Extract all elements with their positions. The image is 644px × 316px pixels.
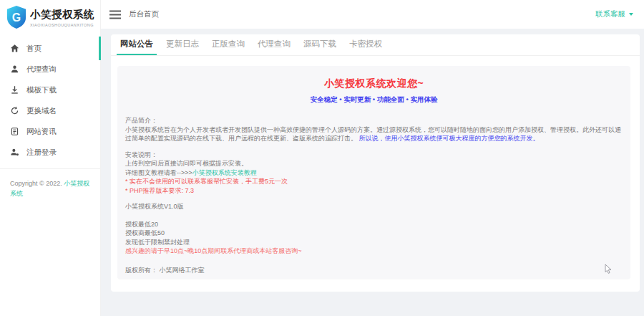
user-add-icon <box>10 148 19 157</box>
sidebar-item-label: 网站资讯 <box>26 127 57 137</box>
price-note: 感兴趣的请于早10点~晚10点期间联系代理商或本站客服咨询~ <box>125 246 623 256</box>
home-icon <box>10 44 19 53</box>
tab-changelog[interactable]: 更新日志 <box>162 34 203 55</box>
install-line1: 上传到空间后直接访问即可根据提示安装。 <box>125 159 623 168</box>
svg-text:G: G <box>12 11 21 24</box>
content-card: 网站公告 更新日志 正版查询 代理查询 源码下载 卡密授权 小笑授权系统欢迎您~… <box>111 34 640 292</box>
install-line2: 详细图文教程请看-->>>小笑授权系统安装教程 <box>125 168 623 178</box>
welcome-title: 小笑授权系统欢迎您~ <box>125 77 623 90</box>
owner-line: 版权所有： 小笑网络工作室 <box>125 266 623 275</box>
sidebar-item-label: 代理查询 <box>26 64 57 75</box>
price-line1: 授权最低20 <box>125 220 623 229</box>
sidebar: G 小笑授权系统 XIAOXIAOSHOUQUANXITONG 首页 代理查询 … <box>0 0 101 316</box>
menu-toggle-icon[interactable] <box>109 10 122 19</box>
install-note1: * 实在不会使用的可以联系客服帮忙安装，手工费5元一次 <box>125 177 623 186</box>
topbar: 后台首页 联系客服 <box>101 0 644 29</box>
sidebar-item-site-news[interactable]: 网站资讯 <box>0 121 100 142</box>
sidebar-item-register-login[interactable]: 注册登录 <box>0 142 100 163</box>
sidebar-item-label: 注册登录 <box>26 148 57 158</box>
app-title: 小笑授权系统 <box>30 8 94 21</box>
tab-site-announcement[interactable]: 网站公告 <box>117 34 157 55</box>
app-logo[interactable]: G 小笑授权系统 XIAOXIAOSHOUQUANXITONG <box>0 0 100 35</box>
install-section: 安装说明： 上传到空间后直接访问即可根据提示安装。 详细图文教程请看-->>>小… <box>125 150 623 196</box>
tab-agent-query[interactable]: 代理查询 <box>254 34 294 55</box>
sidebar-item-change-domain[interactable]: 更换域名 <box>0 100 100 121</box>
install-tutorial-link[interactable]: 小笑授权系统安装教程 <box>192 169 257 176</box>
tab-label: 更新日志 <box>166 39 199 49</box>
copyright-text: Copyright © 2022. <box>10 180 64 187</box>
tab-label: 代理查询 <box>258 39 291 49</box>
price-line3: 发现低于限制禁封处理 <box>125 238 623 247</box>
contact-support-dropdown[interactable]: 联系客服 <box>595 9 633 19</box>
tab-label: 网站公告 <box>120 39 153 49</box>
announcement-panel: 小笑授权系统欢迎您~ 安全稳定 • 实时更新 • 功能全面 • 实用体验 产品简… <box>117 66 630 279</box>
logo-texts: 小笑授权系统 XIAOXIAOSHOUQUANXITONG <box>30 8 94 27</box>
contact-support-label: 联系客服 <box>595 9 625 19</box>
sidebar-copyright: Copyright © 2022. 小笑授权系统 <box>0 169 100 198</box>
install-line2-prefix: 详细图文教程请看-->>> <box>125 169 192 176</box>
download-icon <box>10 85 19 95</box>
tab-label: 卡密授权 <box>349 39 382 49</box>
welcome-subtitle: 安全稳定 • 实时更新 • 功能全面 • 实用体验 <box>125 95 623 105</box>
sidebar-item-home[interactable]: 首页 <box>0 38 100 59</box>
version-line: 小笑授权系统V1.0版 <box>125 202 623 211</box>
breadcrumb: 后台首页 <box>129 9 159 19</box>
tab-label: 源码下载 <box>303 39 336 49</box>
product-intro-section: 产品简介： 小笑授权系统旨在为个人开发者或者开发团队提供一种高效便捷的管理个人源… <box>125 116 623 143</box>
news-icon <box>10 127 19 136</box>
sidebar-item-label: 模板下载 <box>26 85 57 95</box>
tab-card-key-auth[interactable]: 卡密授权 <box>346 34 386 55</box>
sidebar-item-label: 更换域名 <box>26 106 57 116</box>
tab-bar: 网站公告 更新日志 正版查询 代理查询 源码下载 卡密授权 <box>111 34 640 56</box>
pricing-section: 授权最低20 授权商最低50 发现低于限制禁封处理 感兴趣的请于早10点~晚10… <box>125 220 623 256</box>
tab-label: 正版查询 <box>212 39 245 49</box>
sidebar-item-label: 首页 <box>26 44 42 54</box>
sidebar-menu: 首页 代理查询 模板下载 更换域名 网站资讯 <box>0 38 100 163</box>
install-heading: 安装说明： <box>125 150 623 160</box>
shield-logo-icon: G <box>6 5 27 29</box>
chevron-down-icon <box>629 13 633 16</box>
price-line2: 授权商最低50 <box>125 229 623 238</box>
topbar-left: 后台首页 <box>109 9 159 19</box>
intro-heading: 产品简介： <box>125 116 623 125</box>
tab-genuine-query[interactable]: 正版查询 <box>208 34 248 55</box>
refresh-icon <box>10 106 19 115</box>
sidebar-item-template-download[interactable]: 模板下载 <box>0 80 100 100</box>
intro-paragraph: 小笑授权系统旨在为个人开发者或者开发团队提供一种高效便捷的管理个人源码的方案。通… <box>125 125 623 143</box>
sidebar-item-agent-query[interactable]: 代理查询 <box>0 59 100 80</box>
intro-highlight-text: 所以说，使用小笑授权系统便可极大程度的方便您的系统开发。 <box>357 135 540 142</box>
app-subtitle: XIAOXIAOSHOUQUANXITONG <box>30 23 94 27</box>
user-icon <box>10 64 19 74</box>
tab-source-download[interactable]: 源码下载 <box>300 34 340 55</box>
install-note2: * PHP推荐版本要求: 7.3 <box>125 186 623 196</box>
